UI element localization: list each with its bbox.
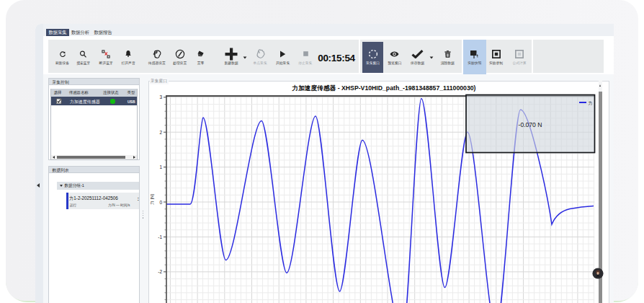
svg-text:0: 0 <box>159 200 162 205</box>
svg-text:-2: -2 <box>158 269 162 274</box>
svg-text:2: 2 <box>159 130 162 135</box>
svg-text:1: 1 <box>159 164 162 170</box>
svg-text:-0.070 N: -0.070 N <box>519 121 542 128</box>
svg-text:力 [N]: 力 [N] <box>150 194 154 205</box>
svg-text:-1: -1 <box>158 234 162 240</box>
svg-text:3: 3 <box>159 95 162 100</box>
svg-text:力: 力 <box>589 101 593 105</box>
